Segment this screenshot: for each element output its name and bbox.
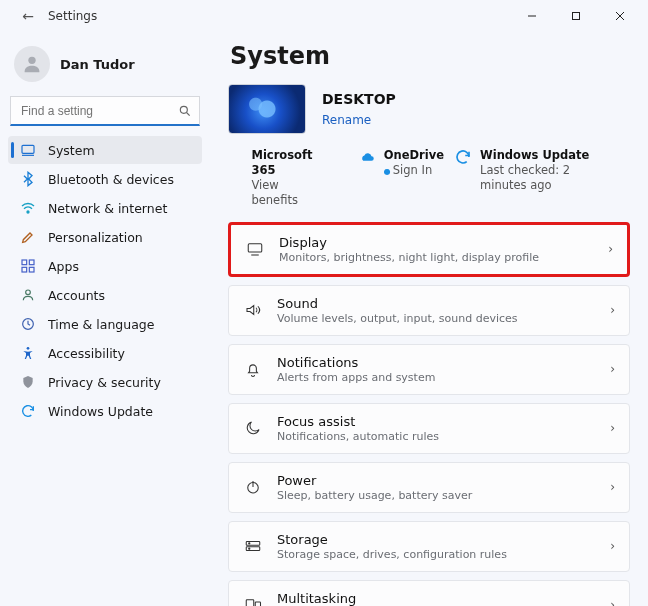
svg-rect-26 xyxy=(255,602,260,606)
svg-rect-10 xyxy=(22,260,27,265)
svg-point-16 xyxy=(27,347,30,350)
sidebar: Dan Tudor System Bluetooth & devices Net… xyxy=(0,32,210,606)
chevron-right-icon: › xyxy=(610,480,615,494)
sidebar-item-label: Network & internet xyxy=(48,201,167,216)
search-input[interactable] xyxy=(10,96,200,126)
svg-rect-11 xyxy=(29,260,34,265)
row-title: Display xyxy=(279,235,594,250)
multitasking-icon xyxy=(243,595,263,606)
sidebar-item-personalization[interactable]: Personalization xyxy=(8,223,202,251)
svg-point-4 xyxy=(28,57,35,64)
row-desc: Volume levels, output, input, sound devi… xyxy=(277,312,596,325)
svg-rect-17 xyxy=(248,244,262,252)
maximize-button[interactable] xyxy=(554,0,598,32)
sidebar-item-label: Accessibility xyxy=(48,346,125,361)
paintbrush-icon xyxy=(20,229,36,245)
sidebar-item-apps[interactable]: Apps xyxy=(8,252,202,280)
search-icon xyxy=(178,103,192,122)
chevron-right-icon: › xyxy=(610,598,615,606)
sidebar-item-label: System xyxy=(48,143,95,158)
main-panel: System DESKTOP Rename Microsoft 365 View… xyxy=(210,32,648,606)
row-title: Focus assist xyxy=(277,414,596,429)
row-title: Storage xyxy=(277,532,596,547)
sidebar-item-label: Bluetooth & devices xyxy=(48,172,174,187)
tile-title: Microsoft 365 xyxy=(251,148,327,178)
row-display[interactable]: DisplayMonitors, brightness, night light… xyxy=(228,222,630,277)
row-desc: Monitors, brightness, night light, displ… xyxy=(279,251,594,264)
row-desc: Alerts from apps and system xyxy=(277,371,596,384)
close-button[interactable] xyxy=(598,0,642,32)
accounts-icon xyxy=(20,287,36,303)
sidebar-item-time[interactable]: Time & language xyxy=(8,310,202,338)
sidebar-item-network[interactable]: Network & internet xyxy=(8,194,202,222)
svg-line-6 xyxy=(187,113,190,116)
row-multitasking[interactable]: MultitaskingSnap windows, desktops, task… xyxy=(228,580,630,606)
tile-sub: Last checked: 2 minutes ago xyxy=(480,163,620,193)
svg-rect-25 xyxy=(246,600,254,606)
sidebar-item-bluetooth[interactable]: Bluetooth & devices xyxy=(8,165,202,193)
chevron-right-icon: › xyxy=(610,303,615,317)
update-icon xyxy=(20,403,36,419)
row-focus-assist[interactable]: Focus assistNotifications, automatic rul… xyxy=(228,403,630,454)
row-title: Multitasking xyxy=(277,591,596,606)
tile-title: OneDrive xyxy=(384,148,444,163)
avatar xyxy=(14,46,50,82)
bluetooth-icon xyxy=(20,171,36,187)
svg-rect-13 xyxy=(29,267,34,272)
shield-icon xyxy=(20,374,36,390)
tile-sub: ●Sign In xyxy=(384,163,444,178)
sidebar-item-windows-update[interactable]: Windows Update xyxy=(8,397,202,425)
clock-globe-icon xyxy=(20,316,36,332)
svg-rect-1 xyxy=(573,13,580,20)
accessibility-icon xyxy=(20,345,36,361)
svg-point-5 xyxy=(180,106,187,113)
row-desc: Sleep, battery usage, battery saver xyxy=(277,489,596,502)
tile-windows-update[interactable]: Windows Update Last checked: 2 minutes a… xyxy=(454,148,620,193)
user-name: Dan Tudor xyxy=(60,57,135,72)
device-header: DESKTOP Rename xyxy=(228,84,630,134)
desktop-wallpaper-thumb xyxy=(228,84,306,134)
minimize-button[interactable] xyxy=(510,0,554,32)
sidebar-item-label: Accounts xyxy=(48,288,105,303)
search-box[interactable] xyxy=(10,96,200,126)
chevron-right-icon: › xyxy=(610,421,615,435)
sidebar-item-accounts[interactable]: Accounts xyxy=(8,281,202,309)
row-desc: Storage space, drives, configuration rul… xyxy=(277,548,596,561)
tile-microsoft-365[interactable]: Microsoft 365 View benefits xyxy=(228,148,328,208)
system-icon xyxy=(20,142,36,158)
row-power[interactable]: PowerSleep, battery usage, battery saver… xyxy=(228,462,630,513)
sound-icon xyxy=(243,300,263,320)
wifi-icon xyxy=(20,200,36,216)
user-block[interactable]: Dan Tudor xyxy=(8,38,202,96)
tile-onedrive[interactable]: OneDrive ●Sign In xyxy=(358,148,444,178)
row-desc: Notifications, automatic rules xyxy=(277,430,596,443)
back-button[interactable]: ← xyxy=(14,8,42,24)
sidebar-item-label: Privacy & security xyxy=(48,375,161,390)
page-title: System xyxy=(230,42,630,70)
moon-icon xyxy=(243,418,263,438)
svg-point-24 xyxy=(249,548,250,549)
row-notifications[interactable]: NotificationsAlerts from apps and system… xyxy=(228,344,630,395)
storage-icon xyxy=(243,536,263,556)
rename-link[interactable]: Rename xyxy=(322,113,371,127)
bell-icon xyxy=(243,359,263,379)
row-storage[interactable]: StorageStorage space, drives, configurat… xyxy=(228,521,630,572)
microsoft-logo-icon xyxy=(228,148,243,166)
svg-point-14 xyxy=(26,290,31,295)
window-title: Settings xyxy=(48,9,97,23)
sidebar-item-privacy[interactable]: Privacy & security xyxy=(8,368,202,396)
chevron-right-icon: › xyxy=(610,539,615,553)
chevron-right-icon: › xyxy=(610,362,615,376)
power-icon xyxy=(243,477,263,497)
sidebar-item-accessibility[interactable]: Accessibility xyxy=(8,339,202,367)
row-sound[interactable]: SoundVolume levels, output, input, sound… xyxy=(228,285,630,336)
sidebar-item-label: Apps xyxy=(48,259,79,274)
tile-title: Windows Update xyxy=(480,148,620,163)
device-name: DESKTOP xyxy=(322,91,396,107)
onedrive-icon xyxy=(358,148,376,166)
apps-icon xyxy=(20,258,36,274)
sidebar-item-label: Personalization xyxy=(48,230,143,245)
svg-point-9 xyxy=(27,211,29,213)
sidebar-item-system[interactable]: System xyxy=(8,136,202,164)
display-icon xyxy=(245,239,265,259)
